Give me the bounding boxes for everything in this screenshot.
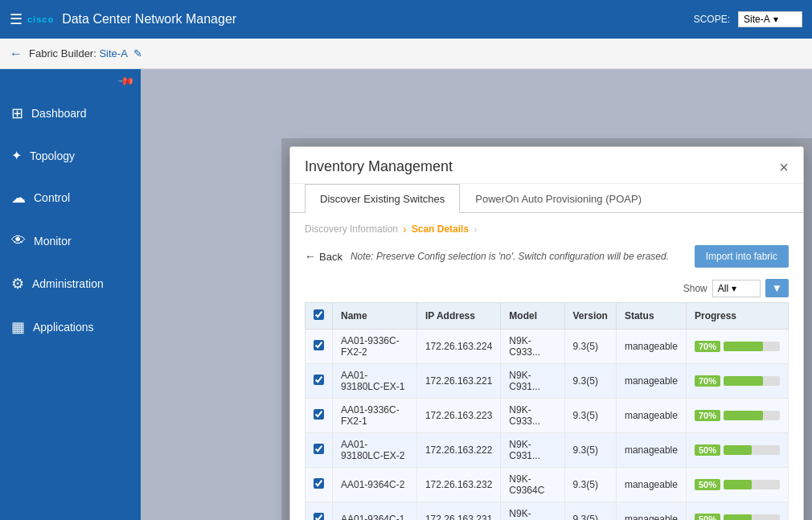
row-status: manageable bbox=[616, 330, 686, 364]
row-checkbox[interactable] bbox=[314, 375, 324, 385]
main-layout: 📌 ⊞ Dashboard ✦ Topology ☁ Control 👁 Mon… bbox=[0, 69, 812, 520]
control-icon: ☁ bbox=[11, 189, 26, 207]
row-progress: 70% bbox=[686, 364, 788, 399]
step-discovery-information: Discovery Information bbox=[305, 223, 398, 235]
app-logo: ☰ cisco bbox=[10, 10, 54, 28]
row-checkbox[interactable] bbox=[314, 340, 324, 350]
row-model: N9K-C933... bbox=[501, 399, 564, 433]
table-row: AA01-9364C-1 172.26.163.231 N9K-C9364C 9… bbox=[306, 502, 789, 521]
tab-poap[interactable]: PowerOn Auto Provisioning (POAP) bbox=[460, 184, 657, 213]
row-status: manageable bbox=[616, 399, 686, 433]
row-version: 9.3(5) bbox=[564, 502, 616, 521]
row-ip: 172.26.163.232 bbox=[416, 468, 500, 502]
show-select[interactable]: All ▾ bbox=[712, 280, 761, 297]
row-name: AA01-93180LC-EX-2 bbox=[333, 433, 417, 468]
tab-discover-existing-switches[interactable]: Discover Existing Switches bbox=[305, 184, 460, 213]
row-ip: 172.26.163.222 bbox=[416, 433, 500, 468]
row-status: manageable bbox=[616, 433, 686, 468]
sidebar-item-control[interactable]: ☁ Control bbox=[0, 176, 141, 219]
sidebar-item-dashboard[interactable]: ⊞ Dashboard bbox=[0, 92, 141, 135]
scope-label: SCOPE: bbox=[694, 14, 730, 25]
show-value: All bbox=[718, 283, 728, 294]
row-checkbox-cell[interactable] bbox=[306, 364, 333, 399]
row-checkbox-cell[interactable] bbox=[306, 433, 333, 468]
select-all-checkbox[interactable] bbox=[314, 309, 324, 320]
row-model: N9K-C931... bbox=[501, 433, 564, 468]
table-row: AA01-93180LC-EX-1 172.26.163.221 N9K-C93… bbox=[306, 364, 789, 399]
row-model: N9K-C931... bbox=[501, 364, 564, 399]
row-name: AA01-93180LC-EX-1 bbox=[333, 364, 417, 399]
row-version: 9.3(5) bbox=[564, 433, 616, 468]
table-row: AA01-93180LC-EX-2 172.26.163.222 N9K-C93… bbox=[306, 433, 789, 468]
row-checkbox-cell[interactable] bbox=[306, 502, 333, 521]
breadcrumb-site[interactable]: Site-A bbox=[99, 47, 127, 59]
scope-selector[interactable]: Site-A ▾ bbox=[738, 11, 802, 27]
back-label: Back bbox=[319, 251, 342, 263]
row-version: 9.3(5) bbox=[564, 468, 616, 502]
sidebar-item-topology[interactable]: ✦ Topology bbox=[0, 135, 141, 176]
col-header-version: Version bbox=[564, 303, 616, 330]
import-into-fabric-button[interactable]: Import into fabric bbox=[695, 245, 789, 268]
administration-icon: ⚙ bbox=[11, 275, 24, 293]
modal-overlay: Inventory Management × Discover Existing… bbox=[281, 138, 812, 520]
sidebar-label-monitor: Monitor bbox=[34, 235, 72, 248]
sidebar-label-topology: Topology bbox=[30, 149, 75, 162]
col-header-model: Model bbox=[501, 303, 564, 330]
hamburger-icon[interactable]: ☰ bbox=[10, 10, 23, 28]
row-version: 9.3(5) bbox=[564, 399, 616, 433]
row-progress: 70% bbox=[686, 330, 788, 364]
row-checkbox-cell[interactable] bbox=[306, 399, 333, 433]
row-progress: 50% bbox=[686, 502, 788, 521]
col-header-name: Name bbox=[333, 303, 417, 330]
back-arrow-icon: ← bbox=[305, 250, 316, 263]
inventory-management-modal: Inventory Management × Discover Existing… bbox=[289, 146, 804, 520]
row-progress: 50% bbox=[686, 433, 788, 468]
sidebar-item-applications[interactable]: ▦ Applications bbox=[0, 305, 141, 349]
switches-table-container: Name IP Address Model Version Status Pro… bbox=[290, 302, 803, 520]
note-text: Note: Preserve Config selection is 'no'.… bbox=[351, 251, 687, 262]
sidebar-item-administration[interactable]: ⚙ Administration bbox=[0, 262, 141, 305]
row-name: AA01-9336C-FX2-2 bbox=[333, 330, 417, 364]
back-button[interactable]: ← Back bbox=[305, 250, 342, 263]
breadcrumb-back-icon[interactable]: ← bbox=[10, 47, 23, 61]
scope-chevron-icon: ▾ bbox=[773, 14, 778, 25]
row-version: 9.3(5) bbox=[564, 364, 616, 399]
topology-icon: ✦ bbox=[11, 148, 22, 163]
row-checkbox[interactable] bbox=[314, 478, 324, 489]
breadcrumb-label: Fabric Builder: bbox=[29, 47, 96, 59]
filter-button[interactable]: ▼ bbox=[765, 279, 789, 297]
row-checkbox-cell[interactable] bbox=[306, 468, 333, 502]
step-arrow-2: › bbox=[474, 223, 478, 235]
action-bar: ← Back Note: Preserve Config selection i… bbox=[290, 242, 803, 274]
modal-title: Inventory Management bbox=[305, 158, 453, 175]
show-chevron-icon: ▾ bbox=[732, 283, 736, 294]
sidebar: 📌 ⊞ Dashboard ✦ Topology ☁ Control 👁 Mon… bbox=[0, 69, 141, 520]
col-header-status: Status bbox=[616, 303, 686, 330]
row-checkbox-cell[interactable] bbox=[306, 330, 333, 364]
filter-icon: ▼ bbox=[772, 282, 782, 294]
dashboard-icon: ⊞ bbox=[11, 104, 23, 122]
applications-icon: ▦ bbox=[11, 318, 25, 336]
row-model: N9K-C9364C bbox=[501, 502, 564, 521]
row-checkbox[interactable] bbox=[314, 444, 324, 454]
row-ip: 172.26.163.223 bbox=[416, 399, 500, 433]
pin-icon[interactable]: 📌 bbox=[117, 71, 135, 89]
row-progress: 70% bbox=[686, 399, 788, 433]
top-bar: ☰ cisco Data Center Network Manager SCOP… bbox=[0, 0, 812, 39]
row-checkbox[interactable] bbox=[314, 513, 324, 520]
breadcrumb: Fabric Builder: Site-A ✎ bbox=[29, 47, 142, 59]
row-checkbox[interactable] bbox=[314, 409, 324, 420]
table-body: AA01-9336C-FX2-2 172.26.163.224 N9K-C933… bbox=[306, 330, 789, 521]
table-row: AA01-9364C-2 172.26.163.232 N9K-C9364C 9… bbox=[306, 468, 789, 502]
breadcrumb-edit-icon[interactable]: ✎ bbox=[133, 47, 142, 59]
step-arrow-1: › bbox=[403, 223, 407, 235]
modal-close-button[interactable]: × bbox=[779, 159, 789, 175]
sidebar-item-monitor[interactable]: 👁 Monitor bbox=[0, 219, 141, 262]
row-version: 9.3(5) bbox=[564, 330, 616, 364]
row-name: AA01-9364C-2 bbox=[333, 468, 417, 502]
filter-bar: Show All ▾ ▼ bbox=[290, 274, 803, 302]
row-progress: 50% bbox=[686, 468, 788, 502]
cisco-wordmark: cisco bbox=[27, 14, 54, 24]
select-all-header[interactable] bbox=[306, 303, 333, 330]
modal-tabs: Discover Existing Switches PowerOn Auto … bbox=[290, 184, 803, 213]
